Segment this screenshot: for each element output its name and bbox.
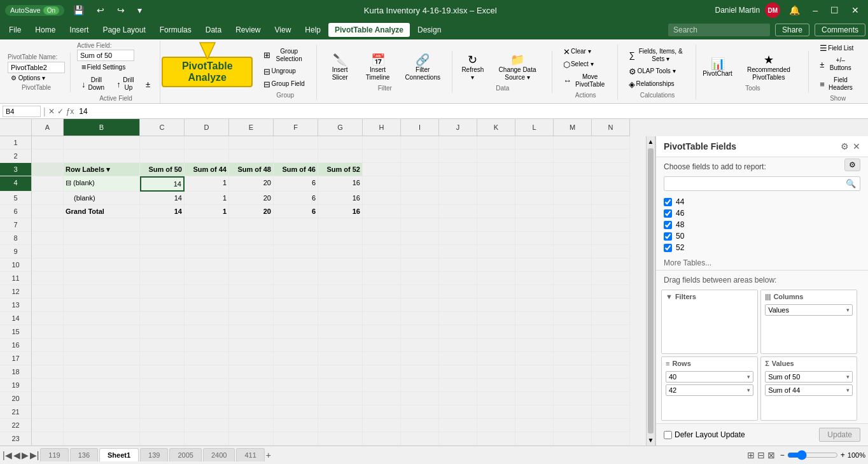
cell-h23[interactable]: [363, 432, 401, 446]
cell-k8[interactable]: [477, 232, 515, 245]
cell-b3[interactable]: Row Labels ▾: [64, 163, 140, 176]
cell-b12[interactable]: [64, 285, 140, 299]
cell-n10[interactable]: [592, 258, 630, 272]
change-data-source-button[interactable]: 📁 Change Data Source ▾: [488, 52, 547, 83]
cell-c14[interactable]: [140, 312, 185, 325]
cell-e12[interactable]: [229, 285, 274, 299]
cell-c5[interactable]: 14: [140, 192, 185, 205]
cell-a8[interactable]: [32, 232, 64, 245]
menu-data[interactable]: Data: [199, 23, 228, 37]
refresh-button[interactable]: ↻ Refresh ▾: [459, 52, 487, 83]
cell-d4[interactable]: 1: [185, 176, 229, 192]
cell-i23[interactable]: [401, 432, 439, 446]
cell-g10[interactable]: [318, 258, 363, 272]
cell-m11[interactable]: [554, 272, 592, 285]
cell-n2[interactable]: [592, 150, 630, 163]
cell-k12[interactable]: [477, 285, 515, 299]
update-button[interactable]: Update: [819, 428, 860, 442]
cell-c2[interactable]: [140, 150, 185, 163]
cell-a17[interactable]: [32, 352, 64, 365]
cell-i7[interactable]: [401, 218, 439, 232]
cell-c3[interactable]: Sum of 50: [140, 163, 185, 176]
cell-h4[interactable]: [363, 176, 401, 192]
cell-e20[interactable]: [229, 392, 274, 405]
cell-d18[interactable]: [185, 365, 229, 379]
cell-h22[interactable]: [363, 419, 401, 432]
sheet-tab-119[interactable]: 119: [40, 448, 68, 461]
cell-d12[interactable]: [185, 285, 229, 299]
plusminus-buttons-button[interactable]: ± +/– Buttons: [815, 55, 860, 74]
cell-e11[interactable]: [229, 272, 274, 285]
cell-a16[interactable]: [32, 339, 64, 352]
cell-l8[interactable]: [515, 232, 554, 245]
customize-button[interactable]: ▾: [134, 4, 146, 17]
sheet-nav-prev[interactable]: ◀: [13, 450, 20, 460]
cell-m2[interactable]: [554, 150, 592, 163]
cell-c8[interactable]: [140, 232, 185, 245]
col-header-k[interactable]: K: [477, 119, 515, 136]
cell-e9[interactable]: [229, 245, 274, 258]
cell-m21[interactable]: [554, 405, 592, 419]
cell-a14[interactable]: [32, 312, 64, 325]
values-sum44-dropdown[interactable]: Sum of 44 ▾: [765, 384, 853, 396]
cell-b16[interactable]: [64, 339, 140, 352]
cell-b5[interactable]: (blank): [64, 192, 140, 205]
cell-k10[interactable]: [477, 258, 515, 272]
sheet-nav-first[interactable]: |◀: [3, 450, 12, 460]
cell-c22[interactable]: [140, 419, 185, 432]
cell-f2[interactable]: [274, 150, 318, 163]
cell-l6[interactable]: [515, 205, 554, 218]
cell-a20[interactable]: [32, 392, 64, 405]
filter-connections-button[interactable]: 🔗 Filter Connections: [399, 52, 447, 83]
row-number-21[interactable]: 21: [0, 405, 32, 419]
relationships-button[interactable]: ◈ Relationships: [624, 78, 690, 90]
autosave-state[interactable]: On: [43, 6, 59, 15]
cell-n17[interactable]: [592, 352, 630, 365]
cell-l20[interactable]: [515, 392, 554, 405]
cell-h5[interactable]: [363, 192, 401, 205]
row-number-14[interactable]: 14: [0, 312, 32, 325]
cell-m13[interactable]: [554, 299, 592, 312]
insert-timeline-button[interactable]: 📅 Insert Timeline: [358, 52, 397, 83]
cell-i2[interactable]: [401, 150, 439, 163]
row-number-12[interactable]: 12: [0, 285, 32, 299]
cell-h15[interactable]: [363, 325, 401, 339]
cell-f7[interactable]: [274, 218, 318, 232]
cell-n12[interactable]: [592, 285, 630, 299]
cell-c21[interactable]: [140, 405, 185, 419]
cell-n3[interactable]: [592, 163, 630, 176]
cell-i15[interactable]: [401, 325, 439, 339]
scroll-down-button[interactable]: ▼: [647, 435, 655, 446]
cell-c12[interactable]: [140, 285, 185, 299]
cell-e17[interactable]: [229, 352, 274, 365]
cell-g18[interactable]: [318, 365, 363, 379]
cell-g7[interactable]: [318, 218, 363, 232]
cell-b19[interactable]: [64, 379, 140, 392]
cell-m14[interactable]: [554, 312, 592, 325]
cell-k20[interactable]: [477, 392, 515, 405]
cell-n7[interactable]: [592, 218, 630, 232]
cell-l18[interactable]: [515, 365, 554, 379]
fields-settings-button[interactable]: ⚙: [844, 158, 860, 171]
cell-h10[interactable]: [363, 258, 401, 272]
cell-n15[interactable]: [592, 325, 630, 339]
cell-a10[interactable]: [32, 258, 64, 272]
cell-h20[interactable]: [363, 392, 401, 405]
row-number-4[interactable]: 4: [0, 176, 32, 192]
cell-j17[interactable]: [439, 352, 477, 365]
menu-review[interactable]: Review: [229, 23, 267, 37]
cell-c23[interactable]: [140, 432, 185, 446]
col-header-f[interactable]: F: [274, 119, 318, 136]
cell-b2[interactable]: [64, 150, 140, 163]
row-number-1[interactable]: 1: [0, 136, 32, 150]
cell-l19[interactable]: [515, 379, 554, 392]
cell-j3[interactable]: [439, 163, 477, 176]
cell-e14[interactable]: [229, 312, 274, 325]
cell-l10[interactable]: [515, 258, 554, 272]
cell-n4[interactable]: [592, 176, 630, 192]
cell-n19[interactable]: [592, 379, 630, 392]
cell-m4[interactable]: [554, 176, 592, 192]
cell-c20[interactable]: [140, 392, 185, 405]
col-header-j[interactable]: J: [439, 119, 477, 136]
cell-k9[interactable]: [477, 245, 515, 258]
